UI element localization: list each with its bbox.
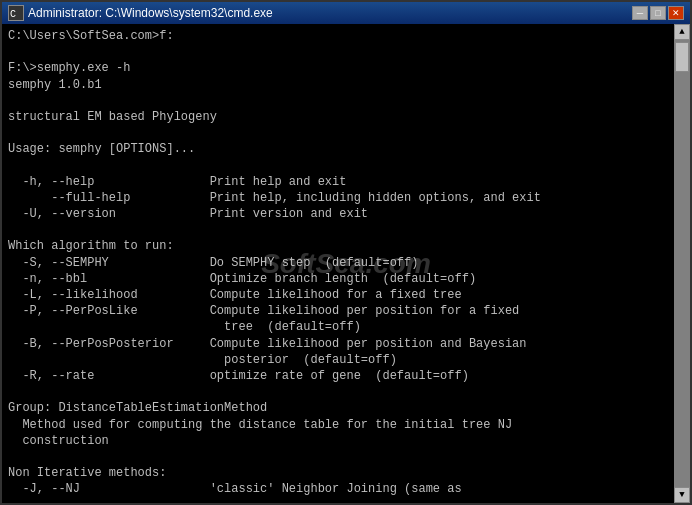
minimize-button[interactable]: ─ — [632, 6, 648, 20]
cmd-window: C Administrator: C:\Windows\system32\cmd… — [0, 0, 692, 505]
titlebar-left: C Administrator: C:\Windows\system32\cmd… — [8, 5, 273, 21]
scroll-thumb[interactable] — [675, 42, 689, 72]
cmd-icon: C — [8, 5, 24, 21]
console-content: C:\Users\SoftSea.com>f: F:\>semphy.exe -… — [8, 28, 668, 499]
scroll-down-button[interactable]: ▼ — [674, 487, 690, 503]
close-button[interactable]: ✕ — [668, 6, 684, 20]
window-controls: ─ □ ✕ — [632, 6, 684, 20]
titlebar: C Administrator: C:\Windows\system32\cmd… — [2, 2, 690, 24]
scroll-track[interactable] — [674, 40, 690, 487]
console-wrapper: C:\Users\SoftSea.com>f: F:\>semphy.exe -… — [2, 24, 690, 503]
scroll-up-button[interactable]: ▲ — [674, 24, 690, 40]
scrollbar[interactable]: ▲ ▼ — [674, 24, 690, 503]
maximize-button[interactable]: □ — [650, 6, 666, 20]
window-title: Administrator: C:\Windows\system32\cmd.e… — [28, 6, 273, 20]
svg-text:C: C — [10, 9, 16, 20]
console: C:\Users\SoftSea.com>f: F:\>semphy.exe -… — [2, 24, 674, 503]
